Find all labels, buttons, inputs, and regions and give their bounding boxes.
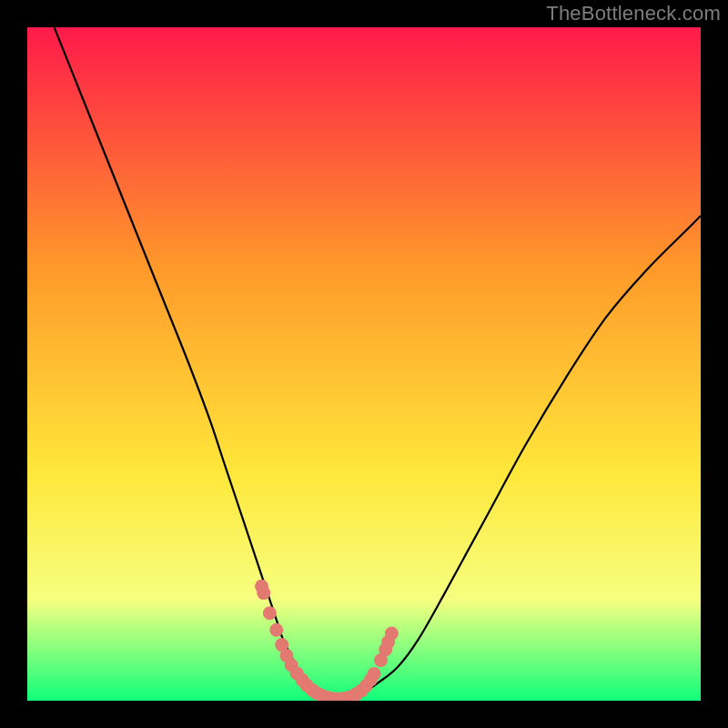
data-marker (269, 623, 283, 637)
gradient-background (27, 27, 701, 701)
data-marker (368, 667, 381, 681)
data-marker (257, 586, 270, 600)
chart-container: TheBottleneck.com (0, 0, 728, 728)
chart-svg (27, 27, 701, 701)
data-marker (263, 606, 277, 620)
watermark-text: TheBottleneck.com (546, 2, 721, 25)
plot-area (27, 27, 701, 701)
data-marker (385, 627, 399, 641)
